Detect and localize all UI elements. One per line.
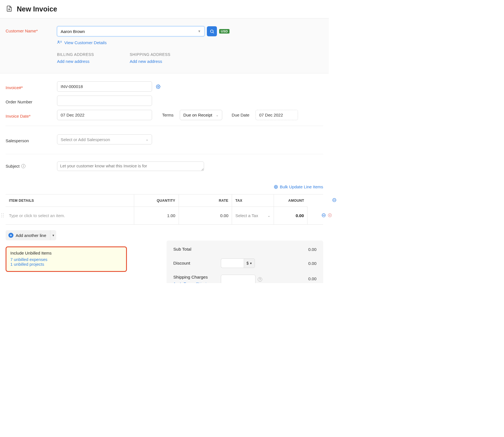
svg-point-12 [3, 215, 4, 216]
col-header-item: ITEM DETAILS [6, 194, 134, 207]
svg-point-2 [210, 30, 213, 32]
order-number-input[interactable] [57, 96, 152, 106]
discount-unit-select[interactable]: $ ▼ [244, 258, 255, 268]
item-input[interactable]: Type or click to select an item. [6, 207, 134, 224]
qty-input[interactable]: 1.00 [134, 207, 179, 224]
customer-name-label: Customer Name* [6, 26, 57, 33]
svg-point-7 [158, 86, 159, 87]
col-header-rate: RATE [179, 194, 232, 207]
add-billing-address-link[interactable]: Add new address [57, 59, 89, 64]
svg-point-18 [324, 215, 325, 215]
svg-point-11 [1, 215, 2, 216]
amount-cell: 0.00 [274, 207, 307, 224]
view-customer-details-link[interactable]: View Customer Details [57, 40, 323, 45]
table-options-icon[interactable] [332, 198, 337, 203]
subtotal-value: 0.00 [308, 247, 316, 252]
terms-label: Terms [162, 113, 174, 117]
unbilled-callout: Include Unbilled Items 7 unbilled expens… [6, 246, 127, 272]
caret-down-icon: ▼ [52, 234, 55, 237]
col-header-amount: AMOUNT [274, 194, 307, 207]
svg-point-17 [323, 215, 324, 215]
discount-label: Discount [173, 261, 221, 266]
divider [6, 126, 323, 126]
caret-down-icon: ▼ [249, 262, 252, 265]
unbilled-title: Include Unbilled Items [10, 251, 122, 255]
invoice-number-label: Invoice#* [6, 83, 57, 90]
discount-input[interactable] [221, 258, 244, 268]
view-details-label: View Customer Details [64, 40, 107, 45]
subtotal-label: Sub Total [173, 247, 191, 252]
billing-address-heading: BILLING ADDRESS [57, 52, 94, 57]
shipping-address-heading: SHIPPING ADDRESS [130, 52, 171, 57]
tax-select[interactable]: Select a Tax ⌄ [235, 213, 270, 218]
info-icon[interactable]: i [21, 164, 25, 168]
add-shipping-address-link[interactable]: Add new address [130, 59, 162, 64]
subject-label: Subject [6, 164, 20, 168]
discount-unit-value: $ [247, 261, 249, 265]
salesperson-label: Salesperson [6, 136, 57, 143]
document-icon [6, 5, 13, 13]
shipping-input[interactable] [221, 275, 255, 283]
bulk-update-label: Bulk Update Line Items [280, 184, 323, 189]
svg-point-4 [58, 41, 59, 42]
apply-tax-shipping-link[interactable]: Apply Tax on Shipping Charge [173, 281, 212, 283]
user-card-icon [57, 40, 62, 45]
terms-value: Due on Receipt [183, 113, 212, 117]
svg-point-9 [1, 213, 2, 214]
item-row: Type or click to select an item. 1.00 0.… [6, 207, 323, 225]
svg-point-8 [275, 186, 276, 187]
chevron-down-icon: ▼ [198, 29, 201, 33]
svg-point-10 [3, 213, 4, 214]
col-header-qty: QUANTITY [134, 194, 179, 207]
svg-point-13 [1, 217, 2, 217]
chevron-down-icon: ⌄ [216, 113, 219, 117]
totals-panel: Sub Total 0.00 Discount $ ▼ 0.00 Shippin… [167, 241, 323, 283]
unbilled-projects-link[interactable]: 1 unbilled projects [10, 262, 44, 267]
row-more-icon[interactable] [321, 213, 326, 218]
svg-line-3 [213, 32, 214, 33]
svg-point-24 [334, 200, 334, 200]
svg-point-23 [333, 200, 334, 200]
drag-handle-icon[interactable] [1, 213, 4, 218]
customer-search-button[interactable] [207, 26, 217, 36]
order-number-label: Order Number [6, 97, 57, 104]
due-date-input[interactable] [255, 110, 298, 120]
invoice-number-input[interactable] [57, 81, 152, 92]
customer-select[interactable]: Aaron Brown ▼ [57, 26, 205, 36]
salesperson-placeholder: Select or Add Salesperson [61, 137, 110, 142]
help-icon[interactable]: ? [258, 277, 262, 282]
bulk-update-link[interactable]: Bulk Update Line Items [274, 184, 323, 189]
add-line-label: Add another line [16, 233, 46, 238]
page-title: New Invoice [17, 5, 57, 13]
divider [6, 154, 323, 154]
add-line-dropdown[interactable]: ▼ [50, 230, 56, 240]
salesperson-select[interactable]: Select or Add Salesperson ⌄ [57, 134, 152, 144]
invoice-number-settings-button[interactable] [156, 84, 160, 89]
subject-textarea[interactable] [57, 162, 204, 171]
shipping-label: Shipping Charges [173, 275, 221, 280]
row-remove-icon[interactable] [328, 213, 332, 218]
shipping-value: 0.00 [294, 275, 316, 281]
svg-point-14 [3, 217, 4, 217]
svg-point-25 [335, 200, 335, 200]
chevron-down-icon: ⌄ [146, 137, 148, 141]
unbilled-expenses-link[interactable]: 7 unbilled expenses [10, 257, 48, 262]
due-date-label: Due Date [232, 113, 249, 117]
currency-badge: USD [219, 29, 229, 34]
discount-value: 0.00 [294, 261, 316, 266]
tax-placeholder: Select a Tax [235, 213, 258, 218]
rate-input[interactable]: 0.00 [179, 207, 232, 224]
customer-name-value: Aaron Brown [61, 29, 85, 34]
svg-point-16 [323, 215, 323, 215]
add-line-button[interactable]: + Add another line [6, 230, 50, 240]
chevron-down-icon: ⌄ [268, 214, 270, 218]
col-header-tax: TAX [232, 194, 274, 207]
invoice-date-label: Invoice Date* [6, 111, 57, 118]
terms-select[interactable]: Due on Receipt ⌄ [180, 110, 222, 120]
invoice-date-input[interactable] [57, 110, 152, 120]
gear-icon [274, 185, 278, 189]
plus-icon: + [8, 233, 13, 238]
